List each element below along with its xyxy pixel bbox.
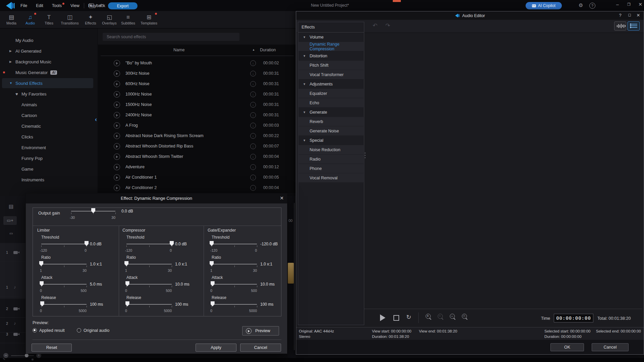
editor-maximize-icon[interactable]: ◻ (626, 13, 633, 17)
effects-item-vocal-removal[interactable]: Vocal Removal (299, 173, 364, 183)
tab-titles[interactable]: TTitles (40, 12, 58, 27)
preview-button[interactable]: Preview (242, 326, 279, 336)
sound-row[interactable]: 2400Hz Noise↓00:00:31 (98, 110, 296, 120)
slider-thumb[interactable] (125, 301, 129, 306)
sidebar-item-environment[interactable]: Environment (0, 142, 97, 153)
sidebar-item-clicks[interactable]: Clicks (0, 132, 97, 142)
storyboard-view-icon[interactable]: ▤ (9, 203, 13, 209)
zoom-fit-icon[interactable]: ◫ (462, 314, 469, 321)
slider-thumb[interactable] (39, 261, 43, 266)
sound-row[interactable]: Abstract Whoosh Distorted Rip Bass↓00:00… (98, 141, 296, 152)
editor-help-icon[interactable]: ? (617, 13, 624, 18)
collapse-panel-icon[interactable]: ‹ (95, 116, 97, 123)
effects-item-generate-noise[interactable]: Generate Noise (299, 126, 364, 136)
zoom-selection-icon[interactable]: ▭ (450, 314, 457, 321)
add-subtitle-button[interactable]: ▭+ (3, 216, 17, 225)
user-icon[interactable]: ◉ (31, 358, 34, 361)
edit-pencil-icon[interactable]: ✎ (3, 357, 5, 361)
slider-thumb[interactable] (40, 281, 44, 286)
slider-track[interactable] (126, 304, 172, 305)
duration-column-header[interactable]: Duration (260, 48, 276, 52)
name-column-header[interactable]: Name (173, 48, 184, 52)
effects-item-equalizer[interactable]: Equalizer (299, 89, 364, 98)
download-icon[interactable]: ↓ (250, 71, 256, 76)
sidebar-item-cinematic[interactable]: Cinematic (0, 121, 97, 131)
audio-editor-titlebar[interactable]: Audio Editor ? ◻ ✕ (296, 11, 644, 20)
editor-undo-icon[interactable]: ↶ (373, 22, 377, 29)
effects-group-volume[interactable]: ▼Volume (299, 33, 364, 42)
sidebar-item-sound-effects[interactable]: ▼Sound Effects (0, 78, 97, 88)
slider-thumb[interactable] (85, 241, 89, 246)
dialog-cancel-button[interactable]: Cancel (240, 344, 281, 352)
tab-audio[interactable]: ♫Audio (21, 12, 39, 27)
download-icon[interactable]: ↓ (250, 133, 256, 139)
effects-item-vocal-transformer[interactable]: Vocal Transformer (299, 70, 364, 79)
slider-thumb[interactable] (124, 261, 128, 266)
zoom-out-icon[interactable]: − (438, 314, 445, 321)
editor-close-icon[interactable]: ✕ (635, 13, 642, 18)
play-icon[interactable] (114, 81, 120, 87)
help-icon[interactable]: ? (589, 3, 595, 9)
sound-row[interactable]: Air Conditioner 2↓00:00:04 (98, 183, 296, 193)
original-audio-label[interactable]: Original audio (84, 328, 109, 333)
applied-result-radio[interactable] (33, 328, 37, 333)
sound-row[interactable]: 300Hz Noise↓00:00:31 (98, 68, 296, 79)
slider-thumb[interactable] (125, 281, 129, 286)
stop-button[interactable] (393, 315, 399, 321)
minimize-button[interactable]: – (614, 2, 621, 7)
waveform-view-button[interactable] (614, 21, 626, 31)
play-icon[interactable] (114, 112, 120, 118)
editor-redo-icon[interactable]: ↷ (385, 22, 390, 29)
timeline-vertical-scrollbar[interactable] (294, 203, 295, 350)
save-icon[interactable] (89, 3, 94, 8)
effects-group-adjustments[interactable]: ▼Adjustments (299, 79, 364, 89)
slider-thumb[interactable] (211, 301, 215, 306)
ok-button[interactable]: OK (550, 343, 584, 351)
effects-item-phone[interactable]: Phone (299, 164, 364, 173)
sound-row[interactable]: 1500Hz Noise↓00:00:31 (98, 100, 296, 110)
sound-row[interactable]: 600Hz Noise↓00:00:31 (98, 79, 296, 89)
slider-track[interactable] (41, 264, 87, 264)
download-icon[interactable]: ↓ (250, 112, 256, 118)
slider-thumb[interactable] (210, 261, 214, 266)
slider-track[interactable] (212, 264, 257, 264)
effects-view-button[interactable] (628, 21, 640, 31)
download-icon[interactable]: ↓ (250, 60, 256, 66)
slider-track[interactable] (41, 244, 87, 244)
applied-result-label[interactable]: Applied result (39, 328, 65, 333)
settings-gear-icon[interactable]: ⚙ (576, 2, 585, 8)
download-icon[interactable]: ↓ (250, 154, 256, 160)
play-icon[interactable] (114, 60, 120, 66)
timeline-zoom-slider[interactable] (11, 355, 34, 356)
slider-track[interactable] (126, 284, 172, 285)
sidebar-item-instruments[interactable]: Instruments (0, 175, 97, 185)
sound-row[interactable]: Air Conditioner 1↓00:00:05 (98, 172, 296, 183)
play-icon[interactable] (114, 174, 120, 181)
effects-item-radio[interactable]: Radio (299, 155, 364, 164)
download-icon[interactable]: ↓ (250, 92, 256, 97)
tab-overlays[interactable]: ◱Overlays (101, 12, 118, 27)
search-input[interactable] (103, 33, 239, 41)
dialog-close-icon[interactable]: ✕ (280, 195, 284, 201)
download-icon[interactable]: ↓ (250, 81, 256, 87)
apply-button[interactable]: Apply (196, 344, 236, 352)
play-icon[interactable] (114, 91, 120, 98)
tab-media[interactable]: ▤Media (3, 12, 20, 27)
play-icon[interactable] (114, 185, 120, 191)
slider-track[interactable] (41, 304, 87, 305)
sidebar-item-music-generator[interactable]: Music GeneratorAI (0, 67, 97, 77)
slider-track[interactable] (126, 264, 172, 264)
menu-file[interactable]: File (17, 2, 30, 9)
effects-group-distortion[interactable]: ▼Distortion (299, 51, 364, 61)
menu-tools[interactable]: Tools (49, 2, 65, 9)
sidebar-item-animals[interactable]: Animals (0, 100, 97, 110)
slider-track[interactable] (126, 244, 172, 244)
effects-item-pitch-shift[interactable]: Pitch Shift (299, 61, 364, 70)
original-audio-radio[interactable] (77, 328, 81, 333)
tab-effects[interactable]: ✦Effects (82, 12, 99, 27)
tab-transitions[interactable]: ◫Transitions (59, 12, 80, 27)
reset-button[interactable]: Reset (32, 344, 72, 352)
restore-button[interactable]: ❐ (625, 2, 633, 7)
sidebar-item-game[interactable]: Game (0, 164, 97, 174)
sidebar-item-my-favorites[interactable]: ♥My Favorites (0, 89, 97, 99)
